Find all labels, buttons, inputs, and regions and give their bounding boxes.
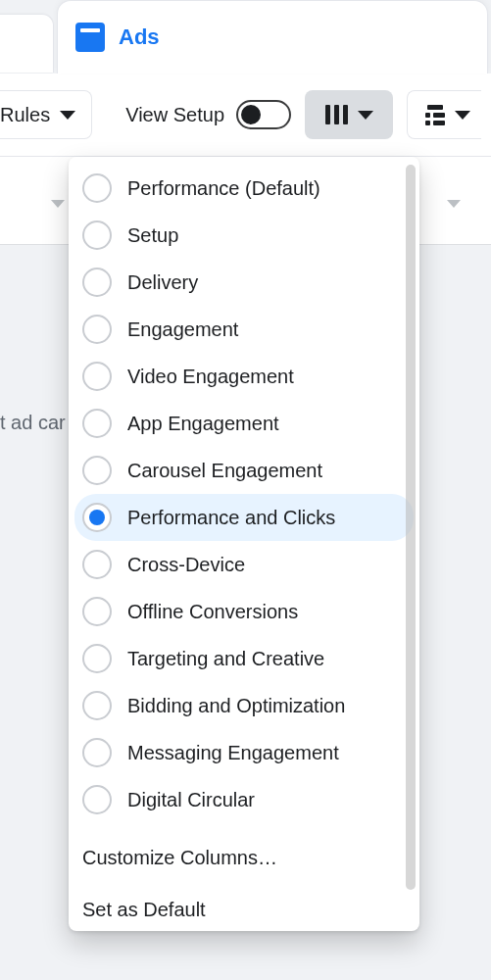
rules-label: Rules: [0, 104, 50, 126]
columns-option-list: Performance (Default)SetupDeliveryEngage…: [69, 157, 419, 823]
radio-icon: [82, 597, 112, 626]
columns-dropdown: Performance (Default)SetupDeliveryEngage…: [69, 157, 419, 931]
option-label: Performance (Default): [127, 177, 320, 200]
column-preset-option[interactable]: Video Engagement: [74, 353, 414, 400]
view-setup-label: View Setup: [125, 104, 224, 126]
radio-icon: [82, 691, 112, 720]
column-preset-option[interactable]: Cross-Device: [74, 541, 414, 588]
option-label: Targeting and Creative: [127, 648, 324, 670]
option-label: Messaging Engagement: [127, 742, 339, 764]
radio-icon: [82, 173, 112, 203]
column-preset-option[interactable]: Setup: [74, 212, 414, 259]
option-label: Video Engagement: [127, 366, 294, 388]
radio-icon: [82, 503, 112, 532]
breakdown-icon: [425, 105, 445, 125]
columns-icon: [325, 105, 348, 124]
radio-icon: [82, 550, 112, 579]
sort-caret-icon[interactable]: [447, 200, 461, 208]
background-hint-text: t ad car: [0, 412, 66, 434]
tab-bar: Ads: [0, 0, 491, 74]
scrollbar[interactable]: [406, 165, 416, 890]
option-label: Performance and Clicks: [127, 507, 335, 529]
column-preset-option[interactable]: Offline Conversions: [74, 588, 414, 635]
column-preset-option[interactable]: Carousel Engagement: [74, 447, 414, 494]
column-preset-option[interactable]: Digital Circular: [74, 776, 414, 823]
option-label: Digital Circular: [127, 789, 255, 811]
view-setup-toggle[interactable]: View Setup: [125, 100, 291, 129]
adjacent-tab[interactable]: [0, 14, 54, 73]
option-label: App Engagement: [127, 413, 279, 435]
radio-icon: [82, 738, 112, 767]
option-label: Delivery: [127, 271, 198, 294]
option-label: Setup: [127, 224, 178, 247]
toggle-off-icon[interactable]: [236, 100, 291, 129]
columns-button[interactable]: [305, 90, 393, 139]
option-label: Engagement: [127, 318, 238, 341]
customize-columns-button[interactable]: Customize Columns…: [69, 829, 419, 887]
radio-icon: [82, 220, 112, 250]
column-preset-option[interactable]: Delivery: [74, 259, 414, 306]
caret-down-icon: [60, 111, 75, 120]
column-preset-option[interactable]: Engagement: [74, 306, 414, 353]
column-preset-option[interactable]: Targeting and Creative: [74, 635, 414, 682]
column-preset-option[interactable]: Performance (Default): [74, 165, 414, 212]
radio-icon: [82, 315, 112, 344]
tab-label: Ads: [119, 24, 160, 50]
breakdown-button[interactable]: [407, 90, 481, 139]
option-label: Carousel Engagement: [127, 460, 322, 482]
ads-icon: [75, 23, 105, 52]
column-preset-option[interactable]: Bidding and Optimization: [74, 682, 414, 729]
caret-down-icon: [455, 111, 470, 120]
column-preset-option[interactable]: App Engagement: [74, 400, 414, 447]
rules-button[interactable]: Rules: [0, 90, 92, 139]
option-label: Cross-Device: [127, 554, 245, 576]
option-label: Bidding and Optimization: [127, 695, 345, 717]
tab-ads[interactable]: Ads: [57, 0, 488, 74]
caret-down-icon: [358, 111, 373, 120]
radio-icon: [82, 456, 112, 485]
sort-caret-icon[interactable]: [51, 200, 65, 208]
radio-icon: [82, 644, 112, 673]
column-preset-option[interactable]: Messaging Engagement: [74, 729, 414, 776]
column-preset-option[interactable]: Performance and Clicks: [74, 494, 414, 541]
radio-icon: [82, 785, 112, 814]
option-label: Offline Conversions: [127, 601, 298, 623]
toolbar: Rules View Setup: [0, 74, 491, 157]
radio-icon: [82, 268, 112, 297]
set-as-default-button[interactable]: Set as Default: [69, 887, 419, 931]
radio-icon: [82, 409, 112, 438]
radio-icon: [82, 362, 112, 391]
